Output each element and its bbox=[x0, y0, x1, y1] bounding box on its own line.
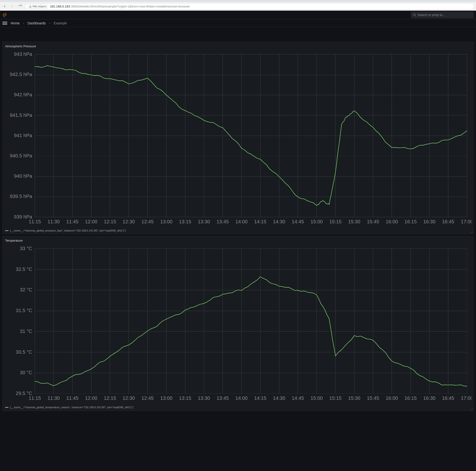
svg-text:13:15: 13:15 bbox=[179, 396, 191, 401]
svg-text:31.5 °C: 31.5 °C bbox=[16, 308, 32, 313]
svg-text:14:00: 14:00 bbox=[236, 219, 248, 224]
svg-text:15:30: 15:30 bbox=[348, 396, 360, 401]
svg-text:13:45: 13:45 bbox=[217, 219, 229, 224]
svg-text:11:15: 11:15 bbox=[29, 219, 41, 224]
svg-text:12:45: 12:45 bbox=[141, 396, 154, 401]
svg-text:17:00: 17:00 bbox=[461, 396, 471, 401]
search-input[interactable]: Search or jump to... bbox=[411, 12, 474, 18]
chevron-right-icon: › bbox=[23, 21, 24, 25]
temperature-chart[interactable]: 33 °C32.5 °C32 °C31.5 °C31 °C30.5 °C30 °… bbox=[5, 244, 471, 404]
svg-text:13:15: 13:15 bbox=[179, 219, 191, 224]
back-button[interactable] bbox=[2, 4, 7, 9]
grafana-logo-icon[interactable] bbox=[2, 13, 7, 17]
svg-text:12:45: 12:45 bbox=[141, 219, 154, 224]
svg-text:12:15: 12:15 bbox=[104, 219, 116, 224]
svg-text:11:45: 11:45 bbox=[66, 396, 79, 401]
svg-text:939.5 hPa: 939.5 hPa bbox=[10, 194, 32, 199]
resize-handle-icon[interactable] bbox=[470, 408, 473, 410]
breadcrumb-current: Example bbox=[54, 21, 67, 25]
legend-swatch-icon bbox=[5, 407, 8, 408]
pressure-chart[interactable]: 943 hPa942.5 hPa942 hPa941.5 hPa941 hPa9… bbox=[5, 50, 471, 228]
svg-text:11:45: 11:45 bbox=[66, 219, 79, 224]
svg-text:15:30: 15:30 bbox=[348, 219, 360, 224]
svg-text:942 hPa: 942 hPa bbox=[14, 92, 32, 97]
breadcrumb-dashboards[interactable]: Dashboards bbox=[28, 21, 46, 25]
svg-text:16:30: 16:30 bbox=[423, 396, 436, 401]
panel-pressure[interactable]: Atmospheric Pressure 943 hPa942.5 hPa942… bbox=[2, 42, 474, 234]
svg-text:16:45: 16:45 bbox=[442, 396, 454, 401]
svg-text:13:45: 13:45 bbox=[217, 396, 229, 401]
svg-text:15:15: 15:15 bbox=[329, 396, 342, 401]
url-text: 192.168.0.183:3000/d/eeb6r1fhhc000a/exam… bbox=[50, 5, 190, 8]
svg-text:12:00: 12:00 bbox=[85, 396, 97, 401]
legend[interactable]: {__name__="tasmota_global_pressure_hpa",… bbox=[3, 228, 473, 234]
svg-text:16:00: 16:00 bbox=[386, 396, 398, 401]
svg-text:14:45: 14:45 bbox=[292, 396, 304, 401]
legend[interactable]: {__name__="tasmota_global_temperature_ce… bbox=[3, 404, 473, 411]
svg-text:13:00: 13:00 bbox=[160, 396, 172, 401]
svg-text:30.5 °C: 30.5 °C bbox=[16, 349, 32, 355]
svg-text:29.5 °C: 29.5 °C bbox=[16, 391, 32, 396]
resize-handle-icon[interactable] bbox=[470, 231, 473, 234]
svg-text:16:00: 16:00 bbox=[386, 219, 398, 224]
breadcrumb-home[interactable]: Home bbox=[11, 21, 19, 25]
panel-title: Atmospheric Pressure bbox=[3, 42, 473, 50]
warning-icon bbox=[29, 5, 32, 8]
legend-label: {__name__="tasmota_global_temperature_ce… bbox=[10, 406, 133, 409]
svg-text:30 °C: 30 °C bbox=[20, 370, 32, 375]
svg-text:14:15: 14:15 bbox=[254, 219, 266, 224]
svg-text:941.5 hPa: 941.5 hPa bbox=[10, 113, 32, 118]
svg-line-3 bbox=[415, 16, 416, 16]
svg-text:14:15: 14:15 bbox=[254, 396, 266, 401]
svg-text:16:15: 16:15 bbox=[405, 396, 417, 401]
reload-button[interactable] bbox=[17, 4, 23, 9]
svg-text:12:30: 12:30 bbox=[123, 396, 135, 401]
svg-point-2 bbox=[413, 14, 415, 16]
svg-text:11:15: 11:15 bbox=[29, 396, 41, 401]
chevron-right-icon: › bbox=[49, 21, 51, 25]
svg-text:12:30: 12:30 bbox=[123, 219, 135, 224]
svg-text:13:30: 13:30 bbox=[198, 396, 210, 401]
legend-swatch-icon bbox=[5, 230, 8, 231]
svg-text:32 °C: 32 °C bbox=[20, 287, 32, 293]
svg-text:15:00: 15:00 bbox=[311, 396, 323, 401]
svg-text:939 hPa: 939 hPa bbox=[14, 214, 32, 219]
svg-text:17:00: 17:00 bbox=[461, 219, 471, 224]
svg-text:32.5 °C: 32.5 °C bbox=[16, 267, 32, 272]
browser-tab-strip bbox=[0, 0, 476, 2]
panel-title: Temperature bbox=[3, 236, 473, 244]
svg-text:941 hPa: 941 hPa bbox=[14, 133, 32, 138]
svg-point-1 bbox=[30, 7, 31, 7]
svg-text:15:45: 15:45 bbox=[367, 396, 379, 401]
svg-text:12:15: 12:15 bbox=[104, 396, 116, 401]
svg-text:12:00: 12:00 bbox=[85, 219, 97, 224]
address-bar[interactable]: Não seguro 192.168.0.183:3000/d/eeb6r1fh… bbox=[25, 3, 474, 9]
svg-text:15:00: 15:00 bbox=[311, 219, 323, 224]
not-secure-label: Não seguro bbox=[33, 5, 46, 8]
svg-text:11:30: 11:30 bbox=[48, 396, 60, 401]
panel-temperature[interactable]: Temperature 33 °C32.5 °C32 °C31.5 °C31 °… bbox=[2, 236, 474, 411]
svg-text:13:30: 13:30 bbox=[198, 219, 210, 224]
browser-toolbar: Não seguro 192.168.0.183:3000/d/eeb6r1fh… bbox=[0, 2, 476, 11]
search-icon bbox=[413, 13, 416, 17]
dashboard-content: Atmospheric Pressure 943 hPa942.5 hPa942… bbox=[0, 27, 476, 413]
svg-text:14:00: 14:00 bbox=[236, 396, 248, 401]
svg-text:942.5 hPa: 942.5 hPa bbox=[10, 72, 32, 77]
forward-button[interactable] bbox=[10, 4, 15, 9]
breadcrumb: Home › Dashboards › Example bbox=[0, 19, 476, 27]
svg-text:940 hPa: 940 hPa bbox=[14, 173, 32, 179]
not-secure-chip[interactable]: Não seguro bbox=[27, 4, 48, 9]
svg-text:11:30: 11:30 bbox=[48, 219, 60, 224]
svg-text:16:30: 16:30 bbox=[423, 219, 436, 224]
svg-text:14:30: 14:30 bbox=[273, 396, 285, 401]
svg-text:16:45: 16:45 bbox=[442, 219, 454, 224]
svg-text:31 °C: 31 °C bbox=[20, 329, 32, 334]
menu-toggle-button[interactable] bbox=[2, 21, 7, 26]
svg-text:14:45: 14:45 bbox=[292, 219, 304, 224]
svg-text:14:30: 14:30 bbox=[273, 219, 285, 224]
svg-text:16:15: 16:15 bbox=[405, 219, 417, 224]
legend-label: {__name__="tasmota_global_pressure_hpa",… bbox=[10, 229, 126, 232]
svg-text:33 °C: 33 °C bbox=[20, 246, 32, 251]
svg-text:943 hPa: 943 hPa bbox=[14, 51, 32, 57]
svg-text:940.5 hPa: 940.5 hPa bbox=[10, 153, 32, 158]
